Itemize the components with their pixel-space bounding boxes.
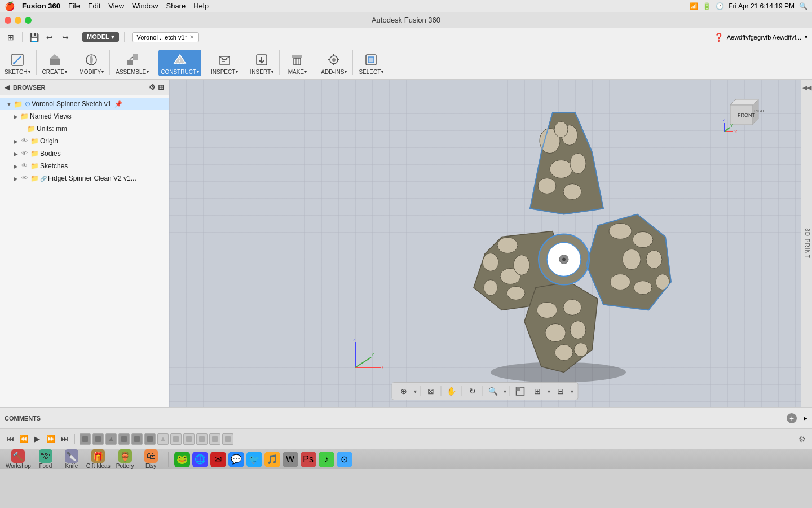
timeline-item-3[interactable] <box>105 433 117 445</box>
browser-expand-icon[interactable]: ⊞ <box>158 83 164 91</box>
menu-share[interactable]: Share <box>166 2 186 10</box>
dock-knife[interactable]: 🔪 Knife <box>60 449 83 469</box>
tree-named-views[interactable]: ▶ 📁 Named Views <box>0 110 169 122</box>
timeline-item-11[interactable] <box>209 433 220 445</box>
dock-app-spotify[interactable]: ♪ <box>319 452 334 467</box>
dock-app-chrome[interactable]: ⊙ <box>337 452 352 467</box>
dock-app-browser[interactable]: 🌐 <box>192 452 208 467</box>
timeline-item-12[interactable] <box>222 433 233 445</box>
timeline-settings-button[interactable]: ⚙ <box>796 433 807 445</box>
root-expand-icon[interactable]: ▼ <box>6 101 12 107</box>
redo-button[interactable]: ↪ <box>59 31 72 43</box>
skip-to-start-button[interactable]: ⏮ <box>5 433 16 445</box>
snap-arrow-icon[interactable]: ▾ <box>414 388 417 395</box>
viewport-pan-button[interactable]: ✋ <box>445 384 458 398</box>
skip-to-end-button[interactable]: ⏭ <box>59 433 70 445</box>
timeline-item-7[interactable] <box>157 433 169 445</box>
tool-make[interactable]: MAKE▾ <box>283 50 311 76</box>
close-button[interactable] <box>5 17 11 24</box>
origin-expand-icon[interactable]: ▶ <box>12 138 19 144</box>
dock-app-twitter[interactable]: 🐦 <box>246 452 262 467</box>
tree-fidget-spinner[interactable]: ▶ 👁 📁 🔗 Fidget Spinner Clean V2 v1... <box>0 172 169 185</box>
root-pin-icon[interactable]: 📌 <box>114 100 122 108</box>
viewport-orbit-button[interactable]: ↻ <box>466 384 479 398</box>
dock-workshop[interactable]: 🔨 Workshop <box>6 449 31 469</box>
user-arrow-icon[interactable]: ▾ <box>805 34 807 40</box>
tool-addins[interactable]: ADD-INS▾ <box>319 50 349 76</box>
dock-app-finder[interactable]: 🐸 <box>174 452 190 467</box>
play-button[interactable]: ▶ <box>32 433 43 445</box>
timeline-item-6[interactable] <box>144 433 156 445</box>
dock-etsy[interactable]: 🛍 Etsy <box>140 449 162 469</box>
timeline-item-1[interactable] <box>80 433 91 445</box>
maximize-button[interactable] <box>25 17 32 24</box>
add-comment-button[interactable]: + <box>787 413 797 423</box>
zoom-arrow-icon[interactable]: ▾ <box>504 388 506 395</box>
tool-sketch[interactable]: SKETCH▾ <box>2 50 33 76</box>
viewport[interactable]: FRONT RIGHT X Z Y <box>169 80 801 407</box>
tool-select[interactable]: SELECT▾ <box>356 50 386 76</box>
active-tab[interactable]: Voronoi ...etch v1* ✕ <box>132 32 199 42</box>
browser-collapse-button[interactable]: ◀ <box>5 84 10 91</box>
viewport-grid-button[interactable]: ⊞ <box>531 384 544 398</box>
tool-inspect[interactable]: INSPECT▾ <box>209 50 240 76</box>
timeline-item-2[interactable] <box>92 433 104 445</box>
comments-expand-icon[interactable]: ▸ <box>804 414 807 422</box>
menu-help[interactable]: Help <box>193 2 209 10</box>
dock-app-ps[interactable]: Ps <box>301 452 316 467</box>
grid-arrow-icon[interactable]: ▾ <box>548 388 550 395</box>
tool-modify[interactable]: MODIFY▾ <box>77 50 106 76</box>
step-backward-button[interactable]: ⏪ <box>18 433 29 445</box>
timeline-item-5[interactable] <box>131 433 143 445</box>
dock-pottery[interactable]: 🏺 Pottery <box>114 449 136 469</box>
sketches-visibility-icon[interactable]: 👁 <box>21 162 29 170</box>
dock-gift[interactable]: 🎁 Gift Ideas <box>86 449 111 469</box>
search-icon[interactable]: 🔍 <box>799 2 807 10</box>
workspace-badge[interactable]: MODEL ▾ <box>82 32 119 42</box>
bodies-expand-icon[interactable]: ▶ <box>12 151 19 157</box>
timeline-item-10[interactable] <box>196 433 208 445</box>
tool-assemble[interactable]: ASSEMBLE▾ <box>113 50 151 76</box>
apple-logo-icon[interactable]: 🍎 <box>5 1 15 11</box>
apps-grid-button[interactable]: ⊞ <box>5 31 17 43</box>
menu-file[interactable]: File <box>68 2 80 10</box>
minimize-button[interactable] <box>15 17 21 24</box>
menu-view[interactable]: View <box>108 2 124 10</box>
tab-close-icon[interactable]: ✕ <box>189 34 194 40</box>
named-views-expand-icon[interactable]: ▶ <box>12 113 19 120</box>
right-panel-collapse-button[interactable]: ◀◀ <box>801 82 813 93</box>
menu-edit[interactable]: Edit <box>88 2 100 10</box>
viewport-snap-button[interactable]: ⊕ <box>397 384 411 398</box>
nav-cube[interactable]: FRONT RIGHT X Z Y <box>722 91 767 136</box>
tool-construct[interactable]: CONSTRUCT▾ <box>158 50 201 76</box>
tree-bodies[interactable]: ▶ 👁 📁 Bodies <box>0 147 169 160</box>
dock-app-word[interactable]: W <box>283 452 298 467</box>
fidget-expand-icon[interactable]: ▶ <box>12 176 19 182</box>
undo-button[interactable]: ↩ <box>43 31 56 43</box>
dock-app-mail[interactable]: ✉ <box>210 452 226 467</box>
step-forward-button[interactable]: ⏩ <box>45 433 56 445</box>
dock-app-music[interactable]: 🎵 <box>264 452 280 467</box>
origin-visibility-icon[interactable]: 👁 <box>21 137 29 145</box>
tree-sketches[interactable]: ▶ 👁 📁 Sketches <box>0 160 169 172</box>
timeline-item-4[interactable] <box>118 433 130 445</box>
tool-insert[interactable]: INSERT▾ <box>248 50 276 76</box>
dock-food[interactable]: 🍽 Food <box>34 449 57 469</box>
tree-origin[interactable]: ▶ 👁 📁 Origin <box>0 135 169 147</box>
tool-create[interactable]: CREATE▾ <box>40 50 70 76</box>
layout-arrow-icon[interactable]: ▾ <box>571 388 573 395</box>
viewport-display-button[interactable] <box>514 384 527 398</box>
dock-app-messages[interactable]: 💬 <box>228 452 244 467</box>
timeline-item-8[interactable] <box>170 433 182 445</box>
browser-settings-icon[interactable]: ⚙ <box>149 83 156 91</box>
sketches-expand-icon[interactable]: ▶ <box>12 163 19 169</box>
timeline-item-9[interactable] <box>183 433 195 445</box>
help-icon[interactable]: ❓ <box>714 33 723 42</box>
viewport-zoom-button[interactable]: 🔍 <box>487 384 500 398</box>
viewport-home-button[interactable]: ⊠ <box>424 384 438 398</box>
save-button[interactable]: 💾 <box>28 31 40 43</box>
tree-units[interactable]: 📁 Units: mm <box>0 122 169 135</box>
tree-root-item[interactable]: ▼ 📁 ⊙ Voronoi Spinner Sketch v1 📌 <box>0 98 169 110</box>
viewport-layout-button[interactable]: ⊟ <box>554 384 567 398</box>
app-name-menu[interactable]: Fusion 360 <box>22 2 60 10</box>
